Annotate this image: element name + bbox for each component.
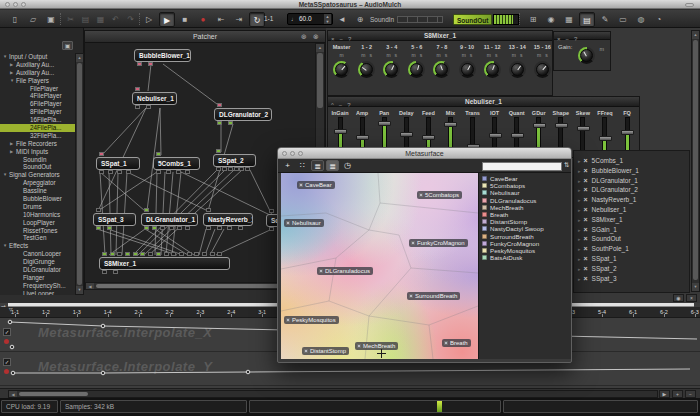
patcher-node-5combs-1[interactable]: 5Combs_1 (153, 157, 200, 170)
sidebar-item-rissettones[interactable]: RissetTones (0, 227, 75, 235)
expand-arrow-icon[interactable]: ▸ (578, 197, 581, 203)
slider-handle[interactable] (378, 121, 391, 126)
sidebar-item-frequencysh-[interactable]: FrequencySh... (0, 282, 75, 290)
port-dark-icon[interactable] (135, 105, 140, 109)
sidebar-item-auxiliary-au-[interactable]: ▶Auxiliary Au... (0, 69, 75, 77)
port-green-icon[interactable] (140, 252, 145, 256)
contraption-row-nastyreverb-1[interactable]: ▸×NastyReverb_1 (574, 195, 689, 205)
snapshot-item-surroundbreath[interactable]: SurroundBreath (479, 233, 571, 240)
edit-pen-icon[interactable]: ✎ (597, 12, 613, 27)
patcher-node-sspat-2[interactable]: SSpat_2 (213, 154, 256, 167)
port-dark-icon[interactable] (117, 170, 122, 174)
channel-gain-knob[interactable] (383, 61, 400, 78)
redo-icon[interactable]: ↷ (123, 12, 138, 27)
surface-snapshot-peskymosquitos[interactable]: PeskyMosquitos (284, 316, 339, 324)
snapshot-item-distantstomp[interactable]: DistantStomp (479, 218, 571, 225)
snapshot-item-peskymosquitos[interactable]: PeskyMosquitos (479, 247, 571, 254)
record-icon[interactable]: ● (195, 12, 211, 27)
port-dark-icon[interactable] (156, 170, 161, 174)
contraption-row-s8mixer-1[interactable]: ▸×S8Mixer_1 (574, 215, 689, 225)
sidebar-item-10harmonics[interactable]: 10Harmonics (0, 211, 75, 219)
snapshot-item-dlgranuladocus[interactable]: DLGranuladocus (479, 197, 571, 204)
automation-x-icon[interactable]: × (584, 167, 588, 174)
expand-arrow-icon[interactable]: ▸ (578, 207, 581, 213)
slider-handle[interactable] (444, 122, 457, 127)
stop-icon[interactable]: ■ (177, 12, 193, 27)
paste-icon[interactable]: ▦ (93, 12, 108, 27)
port-green-icon[interactable] (96, 226, 101, 230)
mute-button[interactable]: m (386, 52, 390, 58)
sidebar-item-soundout[interactable]: SoundOut (0, 163, 75, 171)
automation-x-icon[interactable]: × (584, 255, 588, 262)
sidebar-item-6fileplayer[interactable]: 6FilePlayer (0, 100, 75, 108)
sidebar-item-flanger[interactable]: Flanger (0, 274, 75, 282)
expand-arrow-icon[interactable]: ▸ (578, 236, 581, 242)
sidebar-item-digigrunge[interactable]: DigiGrunge (0, 258, 75, 266)
port-green-icon[interactable] (217, 121, 222, 125)
surface-snapshot-5combatops[interactable]: 5Combatops (417, 191, 462, 199)
patcher-header[interactable]: Patcher ⊛⊗ (85, 31, 325, 43)
port-dark-icon[interactable] (234, 167, 239, 171)
patcher-node-nastyreverb-1[interactable]: NastyReverb_1 (203, 213, 253, 226)
port-green-icon[interactable] (144, 208, 149, 212)
nebuliser-minimize-button[interactable]: − (339, 102, 343, 108)
automation-point[interactable] (10, 345, 14, 349)
gain-mute-button[interactable]: m (599, 46, 604, 52)
slider-handle[interactable] (511, 133, 524, 138)
tempo-box[interactable]: ♩60.0 ▲▼ (287, 13, 333, 25)
port-green-icon[interactable] (125, 252, 130, 256)
sidebar-item-8fileplayer[interactable]: 8FilePlayer (0, 108, 75, 116)
scroll-up-icon[interactable]: ▲ (76, 54, 83, 62)
contraption-row-soundout[interactable]: ▸×SoundOut (574, 234, 689, 244)
expand-arrow-icon[interactable]: ▸ (578, 178, 581, 184)
surface-snapshot-cavebear[interactable]: CaveBear (297, 181, 335, 189)
patcher-node-dlgranulator-1[interactable]: DLGranulator_1 (141, 213, 198, 226)
patcher-settings-icon[interactable]: ⊛ (299, 33, 309, 41)
port-dark-icon[interactable] (228, 167, 233, 171)
port-dark-icon[interactable] (239, 167, 244, 171)
port-dark-icon[interactable] (117, 252, 122, 256)
surface-snapshot-distantstomp[interactable]: DistantStomp (302, 347, 349, 355)
port-dark-icon[interactable] (126, 170, 131, 174)
port-dark-icon[interactable] (185, 226, 190, 230)
expand-arrow-icon[interactable]: ▸ (578, 168, 581, 174)
automation-point[interactable] (8, 320, 12, 324)
grid-view-icon[interactable]: ∷ (296, 160, 309, 171)
port-dark-icon[interactable] (206, 208, 211, 212)
solo-button[interactable]: s (420, 52, 423, 58)
gain-knob[interactable] (578, 45, 595, 64)
sidebar-item-bubbleblower[interactable]: BubbleBlower (0, 195, 75, 203)
port-green-icon[interactable] (110, 252, 115, 256)
mute-button[interactable]: m (437, 52, 441, 58)
port-pink-icon[interactable] (217, 103, 222, 107)
snapshot-item-cavebear[interactable]: CaveBear (479, 175, 571, 182)
contraption-row-southpole-1[interactable]: ▸×SouthPole_1 (574, 244, 689, 254)
list-view-icon[interactable]: ≣ (311, 160, 324, 171)
surface-snapshot-nebulisaur[interactable]: Nebulisaur (284, 219, 324, 227)
metasurface-titlebar[interactable]: Metasurface (278, 148, 571, 159)
scrollbar-thumb[interactable] (19, 392, 88, 396)
expand-arrow-icon[interactable]: ▸ (578, 256, 581, 262)
sidebar-item-32filepla-[interactable]: 32FilePla... (0, 132, 75, 140)
automation-point[interactable] (101, 371, 105, 375)
port-dark-icon[interactable] (160, 226, 165, 230)
metasurface-view-icon[interactable]: ◉ (543, 12, 559, 27)
automation-x-icon[interactable]: × (584, 235, 588, 242)
snapshot-search-input[interactable] (482, 162, 562, 171)
port-dark-icon[interactable] (179, 252, 184, 256)
automation-x-icon[interactable]: × (584, 245, 588, 252)
solo-button[interactable]: s (470, 52, 473, 58)
contraption-row-dlgranulator-1[interactable]: ▸×DLGranulator_1 (574, 176, 689, 186)
contraption-row-5combs-1[interactable]: ▸×5Combs_1 (574, 156, 689, 166)
mixer-help-button[interactable]: ? (348, 36, 351, 42)
slider-handle[interactable] (422, 135, 435, 140)
new-file-icon[interactable]: ▯ (7, 12, 23, 27)
snapshot-item-nastydactyl-swoop[interactable]: NastyDactyl Swoop (479, 225, 571, 232)
tempo-stepper[interactable]: ▲▼ (324, 14, 331, 24)
auto-play-cursor-icon[interactable]: ▶ (659, 390, 670, 398)
patcher-node-sspat-1[interactable]: SSpat_1 (96, 157, 140, 170)
mixer-close-button[interactable]: × (331, 36, 335, 42)
scroll-down-icon[interactable]: ▼ (692, 283, 699, 291)
sidebar-item-file-players[interactable]: ▼File Players (0, 77, 75, 85)
sidebar-item-effects[interactable]: ▼Effects (0, 242, 75, 250)
